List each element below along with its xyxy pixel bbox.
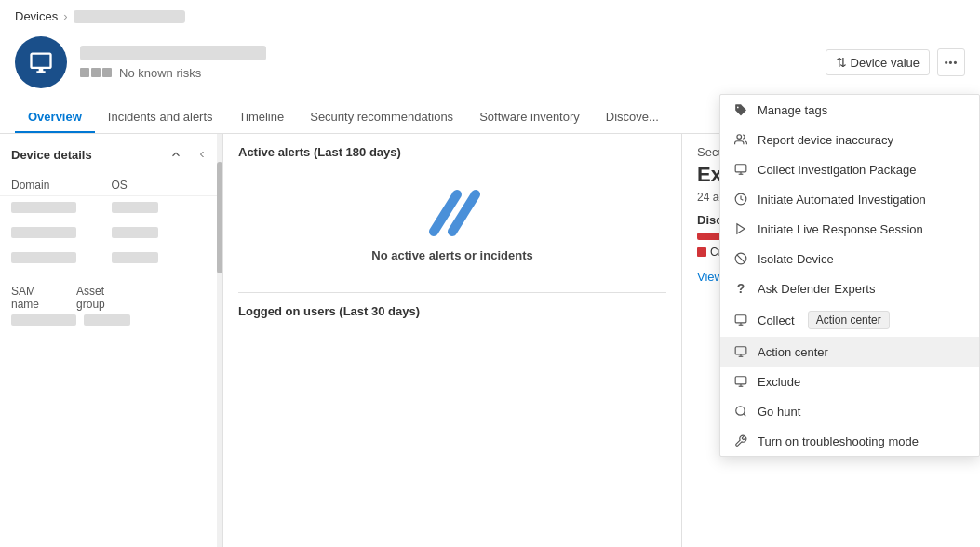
current-device-name xyxy=(74,10,185,23)
domain-value2-blurred xyxy=(11,227,76,238)
svg-marker-5 xyxy=(737,224,745,234)
logged-on-title: Logged on users (Last 30 days) xyxy=(238,304,666,318)
tab-overview[interactable]: Overview xyxy=(15,100,95,133)
menu-item-go-hunt[interactable]: Go hunt xyxy=(720,396,979,426)
os-value-blurred xyxy=(112,202,158,213)
hunt-icon xyxy=(733,404,748,419)
svg-rect-14 xyxy=(735,377,746,384)
sam-asset-section: SAM name Asset group xyxy=(0,272,222,331)
action-center-label: Action center xyxy=(758,345,828,359)
status-bars xyxy=(80,68,112,77)
manage-tags-label: Manage tags xyxy=(758,103,827,117)
report-icon xyxy=(733,132,748,147)
menu-item-collect[interactable]: Collect Action center xyxy=(720,303,979,337)
asset-group-label: Asset group xyxy=(76,285,105,311)
center-panel: Active alerts (Last 180 days) No active … xyxy=(223,134,682,547)
collect-package-label: Collect Investigation Package xyxy=(758,163,917,177)
collapse-button[interactable] xyxy=(165,143,187,166)
os-column-header: OS xyxy=(112,179,212,192)
svg-rect-11 xyxy=(735,347,746,354)
svg-point-0 xyxy=(737,135,742,140)
device-value-button[interactable]: ⇅ Device value xyxy=(826,49,930,75)
device-value-label: Device value xyxy=(851,56,920,70)
menu-item-initiate-live[interactable]: Initiate Live Response Session xyxy=(720,214,979,244)
isolate-icon xyxy=(733,251,748,266)
os-value2-blurred xyxy=(112,227,158,238)
tab-timeline[interactable]: Timeline xyxy=(226,100,298,133)
report-inaccuracy-label: Report device inaccuracy xyxy=(758,133,893,147)
action-center-tooltip: Action center xyxy=(808,311,890,329)
menu-item-ask-defender[interactable]: ? Ask Defender Experts xyxy=(720,274,979,303)
exclude-icon xyxy=(733,374,748,389)
svg-rect-1 xyxy=(735,165,746,172)
svg-point-17 xyxy=(736,407,745,415)
device-name-blurred xyxy=(80,46,266,60)
computer-icon xyxy=(28,49,54,75)
table-row xyxy=(0,221,222,247)
ask-defender-label: Ask Defender Experts xyxy=(758,282,875,296)
domain-column-header: Domain xyxy=(11,179,112,192)
action-center-icon xyxy=(733,344,748,359)
sort-icon: ⇅ xyxy=(836,55,847,70)
no-alerts-icon xyxy=(415,185,490,241)
menu-item-exclude[interactable]: Exclude xyxy=(720,367,979,396)
tab-incidents[interactable]: Incidents and alerts xyxy=(95,100,226,133)
menu-item-initiate-auto[interactable]: Initiate Automated Investigation xyxy=(720,184,979,214)
auto-invest-icon xyxy=(733,192,748,207)
troubleshoot-icon xyxy=(733,434,748,448)
initiate-auto-label: Initiate Automated Investigation xyxy=(758,193,926,207)
domain-value3-blurred xyxy=(11,252,76,263)
svg-line-18 xyxy=(744,414,746,417)
tag-icon xyxy=(733,102,748,117)
breadcrumb: Devices › xyxy=(0,0,980,29)
device-header: No known risks ⇅ Device value ••• Manage… xyxy=(0,29,980,100)
device-avatar xyxy=(15,36,67,88)
devices-link[interactable]: Devices xyxy=(15,9,58,23)
collect2-icon xyxy=(733,313,748,327)
status-bar-1 xyxy=(80,68,89,77)
device-details-panel: Device details Domain OS xyxy=(0,134,223,547)
menu-item-troubleshoot[interactable]: Turn on troubleshooting mode xyxy=(720,426,979,456)
collect-package-icon xyxy=(733,162,748,177)
domain-value-blurred xyxy=(11,202,76,213)
back-chevron[interactable] xyxy=(193,145,211,164)
sam-name-label: SAM name xyxy=(11,285,39,311)
ask-icon: ? xyxy=(733,281,748,296)
tab-discover[interactable]: Discove... xyxy=(593,100,672,133)
tab-software[interactable]: Software inventory xyxy=(466,100,593,133)
header-actions: ⇅ Device value ••• xyxy=(826,48,965,76)
device-details-column-headers: Domain OS xyxy=(0,175,222,196)
scrollbar[interactable] xyxy=(217,134,222,547)
table-row xyxy=(0,196,222,221)
device-details-header: Device details xyxy=(0,134,222,175)
section-divider xyxy=(238,292,666,293)
status-bar-2 xyxy=(91,68,101,77)
device-info: No known risks xyxy=(80,46,826,80)
isolate-device-label: Isolate Device xyxy=(758,252,834,266)
no-alerts-text: No active alerts or incidents xyxy=(371,248,532,262)
menu-item-manage-tags[interactable]: Manage tags xyxy=(720,95,979,125)
menu-item-collect-package[interactable]: Collect Investigation Package xyxy=(720,154,979,184)
dropdown-menu: Manage tags Report device inaccuracy Col… xyxy=(719,94,980,457)
sam-asset-values xyxy=(11,314,211,326)
no-known-risks-label: No known risks xyxy=(119,66,201,80)
initiate-live-label: Initiate Live Response Session xyxy=(758,222,923,236)
sam-value-blurred xyxy=(11,314,76,326)
more-actions-button[interactable]: ••• xyxy=(937,48,965,76)
menu-item-isolate-device[interactable]: Isolate Device xyxy=(720,244,979,274)
breadcrumb-separator: › xyxy=(63,9,67,23)
os-value3-blurred xyxy=(112,252,158,263)
tab-security-recs[interactable]: Security recommendations xyxy=(297,100,466,133)
scrollbar-thumb[interactable] xyxy=(217,162,222,274)
no-alerts-container: No active alerts or incidents xyxy=(238,167,666,281)
sam-asset-labels: SAM name Asset group xyxy=(11,285,211,311)
menu-item-action-center[interactable]: Action center xyxy=(720,337,979,367)
menu-item-report-inaccuracy[interactable]: Report device inaccuracy xyxy=(720,125,979,154)
status-bar-3 xyxy=(102,68,112,77)
asset-value-blurred xyxy=(84,314,130,326)
svg-rect-8 xyxy=(735,315,746,323)
ellipsis-icon: ••• xyxy=(945,57,959,68)
critical-color-dot xyxy=(697,247,706,257)
device-status: No known risks xyxy=(80,66,826,80)
svg-line-7 xyxy=(737,255,745,262)
